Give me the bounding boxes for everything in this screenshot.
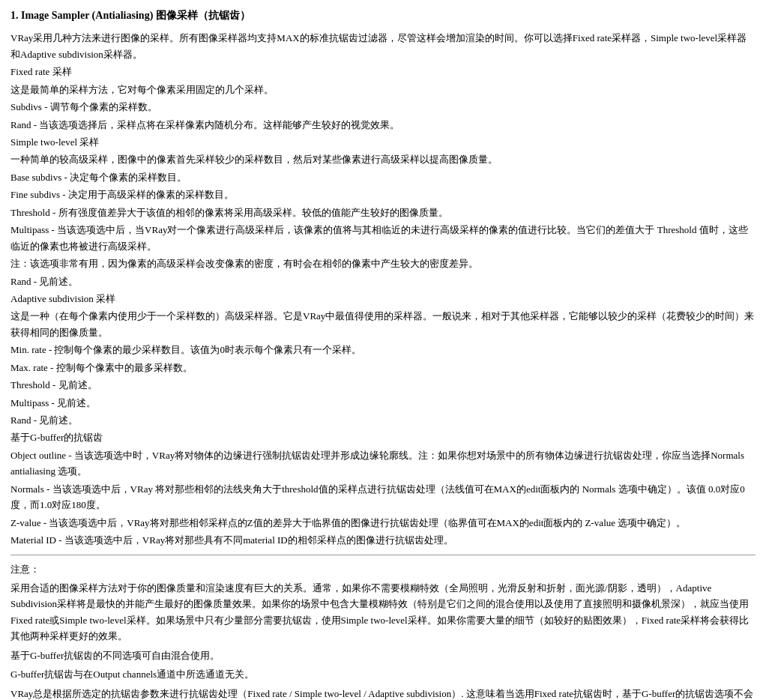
- para-object-outline: Normals - 当该选项选中后，VRay 将对那些相邻的法线夹角大于thre…: [10, 481, 756, 513]
- note-title: 注意：: [10, 561, 756, 577]
- divider: [10, 555, 756, 555]
- note-para-3: G-buffer抗锯齿与在Output channels通道中所选通道无关。: [10, 666, 756, 682]
- para-22: Object outline - 当该选项选中时，VRay将对物体的边缘进行强制…: [10, 447, 756, 480]
- para-18: Threshold - 见前述。: [10, 377, 756, 393]
- para-19: Multipass - 见前述。: [10, 395, 756, 411]
- para-7: 一种简单的较高级采样，图像中的像素首先采样较少的采样数目，然后对某些像素进行高级…: [10, 151, 756, 167]
- para-1: VRay采用几种方法来进行图像的采样。所有图像采样器均支持MAX的标准抗锯齿过滤…: [10, 30, 756, 62]
- para-3: 这是最简单的采样方法，它对每个像素采用固定的几个采样。: [10, 82, 756, 97]
- para-5: Rand - 当该选项选择后，采样点将在采样像素内随机分布。这样能够产生较好的视…: [10, 117, 756, 133]
- note-para-2: 基于G-buffer抗锯齿的不同选项可自由混合使用。: [10, 648, 756, 663]
- main-content: 1. Image Sampler (Antialiasing) 图像采样（抗锯齿…: [10, 7, 756, 700]
- para-12: 注：该选项非常有用，因为像素的高级采样会改变像素的密度，有时会在相邻的像素中产生…: [10, 256, 756, 271]
- para-6: Simple two-level 采样: [10, 134, 756, 150]
- para-zvalue: Material ID - 当该选项选中后，VRay将对那些具有不同materi…: [10, 532, 756, 548]
- para-11: Multipass - 当该选项选中后，当VRay对一个像素进行高级采样后，该像…: [10, 222, 756, 254]
- para-10: Threshold - 所有强度值差异大于该值的相邻的像素将采用高级采样。较低的…: [10, 205, 756, 220]
- note-section: 注意： 采用合适的图像采样方法对于你的图像质量和渲染速度有巨大的关系。通常，如果…: [10, 561, 756, 700]
- para-normals: Z-value - 当该选项选中后，VRay将对那些相邻采样点的Z值的差异大于临…: [10, 515, 756, 531]
- page-title: 1. Image Sampler (Antialiasing) 图像采样（抗锯齿…: [10, 7, 756, 24]
- para-17: Max. rate - 控制每个像素中的最多采样数。: [10, 360, 756, 375]
- para-13: Rand - 见前述。: [10, 274, 756, 289]
- para-2: Fixed rate 采样: [10, 64, 756, 79]
- para-16: Min. rate - 控制每个像素的最少采样数目。该值为0时表示每个像素只有一…: [10, 342, 756, 357]
- para-15: 这是一种（在每个像素内使用少于一个采样数的）高级采样器。它是VRay中最值得使用…: [10, 308, 756, 340]
- para-21: 基于G-buffer的抗锯齿: [10, 429, 756, 445]
- note-para-1: 采用合适的图像采样方法对于你的图像质量和渲染速度有巨大的关系。通常，如果你不需要…: [10, 580, 756, 645]
- para-4: Subdivs - 调节每个像素的采样数。: [10, 99, 756, 115]
- para-8: Base subdivs - 决定每个像素的采样数目。: [10, 169, 756, 185]
- para-9: Fine subdivs - 决定用于高级采样的像素的采样数目。: [10, 187, 756, 202]
- para-14: Adaptive subdivision 采样: [10, 291, 756, 307]
- note-para-4: VRay总是根据所选定的抗锯齿参数来进行抗锯齿处理（Fixed rate / S…: [10, 686, 756, 700]
- para-20: Rand - 见前述。: [10, 412, 756, 428]
